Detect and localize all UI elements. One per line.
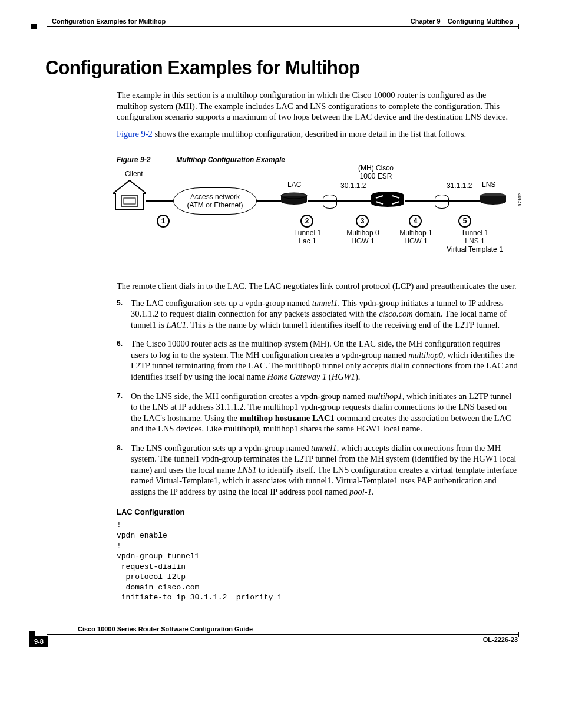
diagram-client-label: Client [125, 170, 143, 178]
step-list: The LAC configuration sets up a vpdn-gro… [117, 298, 518, 498]
intro-paragraph-2: Figure 9-2 shows the example multihop co… [117, 129, 518, 140]
lac-config-code: ! vpdn enable ! vpdn-group tunnel1 reque… [117, 520, 518, 602]
lac-config-heading: LAC Configuration [117, 508, 518, 516]
footer-guide-title: Cisco 10000 Series Router Software Confi… [78, 625, 518, 633]
client-house-icon [113, 180, 146, 211]
running-header-left: Configuration Examples for Multihop [47, 18, 166, 25]
ip-31: 31.1.1.2 [447, 182, 472, 190]
figure-ref-link[interactable]: Figure 9-2 [117, 129, 153, 139]
lac-label: LAC [287, 180, 301, 189]
running-header-right: Chapter 9 Configuring Multihop [411, 18, 518, 25]
lns-router-icon [480, 192, 507, 206]
header-rule [47, 26, 518, 27]
intro-paragraph-1: The example in this section is a multiho… [117, 90, 518, 123]
step-marker-4: 4 [409, 215, 422, 228]
step-5: The LAC configuration sets up a vpdn-gro… [117, 298, 518, 331]
mh-label: (MH) Cisco1000 ESR [352, 164, 399, 180]
lac-router-icon [280, 192, 308, 206]
document-id: OL-2226-23 [483, 636, 518, 643]
step-marker-1: 1 [157, 215, 170, 228]
paragraph-lcp: The remote client dials in to the LAC. T… [117, 281, 518, 292]
lns-label: LNS [482, 180, 495, 189]
figure-caption: Figure 9-2Multihop Configuration Example [117, 156, 518, 164]
figure-id: 87102 [517, 193, 523, 206]
svg-marker-0 [113, 180, 146, 210]
step-6: The Cisco 10000 router acts as the multi… [117, 338, 518, 382]
footer-rule [47, 634, 518, 635]
mh-router-icon [370, 191, 405, 209]
page-title: Configuration Examples for Multihop [45, 57, 494, 79]
page-number: 9-8 [29, 636, 48, 647]
step-8: The LNS configuration sets up a vpdn-gro… [117, 443, 518, 498]
step-marker-5: 5 [458, 215, 471, 228]
step-marker-2: 2 [300, 215, 313, 228]
multihop-diagram: Client Access network (ATM or Ethernet) … [117, 170, 518, 270]
step-marker-3: 3 [356, 215, 369, 228]
ip-30: 30.1.1.2 [340, 182, 366, 190]
step-7: On the LNS side, the MH configuration cr… [117, 391, 518, 434]
access-network-cloud: Access network (ATM or Ethernet) [173, 187, 257, 215]
